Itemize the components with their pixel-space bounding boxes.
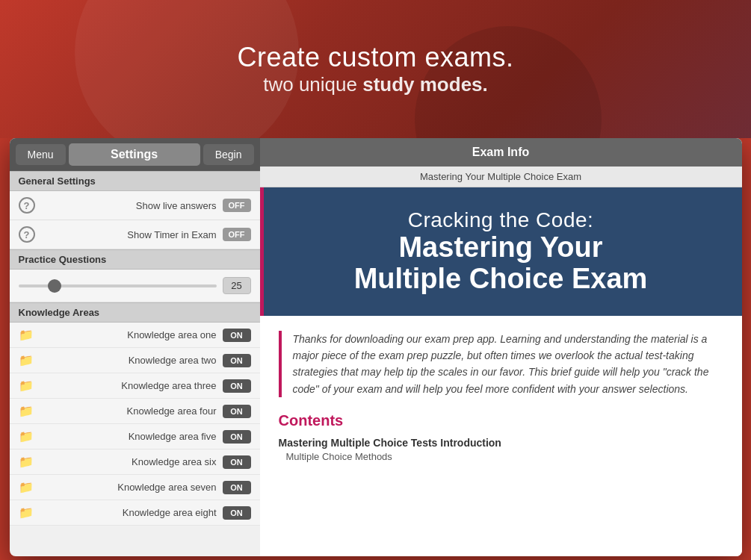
ka-toggle-2[interactable]: ON xyxy=(223,379,251,393)
practice-questions-header: Practice Questions xyxy=(10,249,260,270)
hero-subtitle-pre: two unique xyxy=(263,73,362,96)
practice-questions-slider-section: 25 xyxy=(10,270,260,302)
begin-button[interactable]: Begin xyxy=(203,144,254,165)
hero-title-text: Create custom exams. xyxy=(237,42,513,72)
ka-row-4: 📁 Knowledge area five ON xyxy=(10,424,260,449)
knowledge-areas-header: Knowledge Areas xyxy=(10,302,260,323)
ka-toggle-1[interactable]: ON xyxy=(223,354,251,367)
exam-hero: Cracking the Code: Mastering Your Multip… xyxy=(260,187,742,316)
ka-toggle-0[interactable]: ON xyxy=(223,329,251,342)
exam-body[interactable]: Thanks for downloading our exam prep app… xyxy=(260,316,742,556)
ka-row-5: 📁 Knowledge area six ON xyxy=(10,449,260,475)
folder-icon-2: 📁 xyxy=(19,379,34,393)
ka-row-1: 📁 Knowledge area two ON xyxy=(10,348,260,373)
hero-subtitle: two unique study modes. xyxy=(263,73,488,96)
general-settings-header: General Settings xyxy=(10,171,260,191)
exam-hero-wrapper: Cracking the Code: Mastering Your Multip… xyxy=(260,187,742,316)
ka-label-1: Knowledge area two xyxy=(40,355,217,366)
show-live-answers-row: ? Show live answers OFF xyxy=(10,191,260,220)
show-timer-toggle[interactable]: OFF xyxy=(223,228,251,241)
ka-label-5: Knowledge area six xyxy=(40,456,217,467)
right-panel: Exam Info Mastering Your Multiple Choice… xyxy=(260,138,742,556)
slider-value: 25 xyxy=(223,277,251,294)
help-icon-live-answers[interactable]: ? xyxy=(19,197,35,214)
ka-row-6: 📁 Knowledge area seven ON xyxy=(10,475,260,500)
hero-section: Create custom exams. two unique study mo… xyxy=(0,0,751,138)
ka-toggle-3[interactable]: ON xyxy=(223,405,251,418)
contents-item-bold: Mastering Multiple Choice Tests Introduc… xyxy=(279,437,723,449)
ka-label-2: Knowledge area three xyxy=(40,380,217,391)
ka-row-2: 📁 Knowledge area three ON xyxy=(10,373,260,399)
contents-item-normal: Multiple Choice Methods xyxy=(286,451,723,462)
exam-hero-title2-line2: Multiple Choice Exam xyxy=(354,263,648,294)
ka-row-0: 📁 Knowledge area one ON xyxy=(10,323,260,348)
ka-toggle-6[interactable]: ON xyxy=(223,481,251,494)
nav-bar: Menu Settings Begin xyxy=(10,138,260,171)
slider-row: 25 xyxy=(19,277,251,294)
exam-hero-title2: Mastering Your Multiple Choice Exam xyxy=(282,232,720,295)
hero-subtitle-bold: study modes. xyxy=(362,73,488,96)
contents-title: Contents xyxy=(279,412,723,429)
folder-icon-1: 📁 xyxy=(19,353,34,367)
settings-button[interactable]: Settings xyxy=(69,143,200,166)
slider-thumb[interactable] xyxy=(48,279,61,293)
settings-content: General Settings ? Show live answers OFF… xyxy=(10,171,260,556)
ka-label-7: Knowledge area eight xyxy=(40,507,217,518)
ka-label-3: Knowledge area four xyxy=(40,405,217,417)
exam-title-bar: Mastering Your Multiple Choice Exam xyxy=(260,167,742,187)
show-timer-label: Show Timer in Exam xyxy=(41,229,217,240)
menu-button[interactable]: Menu xyxy=(16,144,66,165)
show-live-answers-label: Show live answers xyxy=(41,200,217,211)
app-container: Menu Settings Begin General Settings ? S… xyxy=(10,138,742,556)
exam-blockquote: Thanks for downloading our exam prep app… xyxy=(279,331,723,398)
folder-icon-5: 📁 xyxy=(19,455,34,469)
ka-toggle-4[interactable]: ON xyxy=(223,430,251,444)
folder-icon-7: 📁 xyxy=(19,505,34,520)
show-live-answers-toggle[interactable]: OFF xyxy=(223,199,251,212)
help-icon-timer[interactable]: ? xyxy=(19,226,35,243)
hero-title: Create custom exams. xyxy=(237,42,513,73)
folder-icon-4: 📁 xyxy=(19,429,34,444)
ka-row-7: 📁 Knowledge area eight ON xyxy=(10,500,260,526)
exam-hero-title2-line1: Mastering Your xyxy=(398,231,602,263)
exam-hero-title1: Cracking the Code: xyxy=(282,208,720,232)
folder-icon-6: 📁 xyxy=(19,480,34,494)
folder-icon-0: 📁 xyxy=(19,328,34,342)
ka-label-6: Knowledge area seven xyxy=(40,482,217,493)
show-timer-row: ? Show Timer in Exam OFF xyxy=(10,220,260,249)
ka-label-0: Knowledge area one xyxy=(40,329,217,340)
ka-toggle-5[interactable]: ON xyxy=(223,455,251,469)
accent-bar xyxy=(260,187,264,316)
folder-icon-3: 📁 xyxy=(19,404,34,418)
ka-toggle-7[interactable]: ON xyxy=(223,506,251,520)
left-panel: Menu Settings Begin General Settings ? S… xyxy=(10,138,260,556)
ka-row-3: 📁 Knowledge area four ON xyxy=(10,399,260,424)
ka-label-4: Knowledge area five xyxy=(40,431,217,442)
exam-body-text: Thanks for downloading our exam prep app… xyxy=(293,331,723,398)
slider-track[interactable] xyxy=(19,284,217,287)
exam-info-header: Exam Info xyxy=(260,138,742,167)
